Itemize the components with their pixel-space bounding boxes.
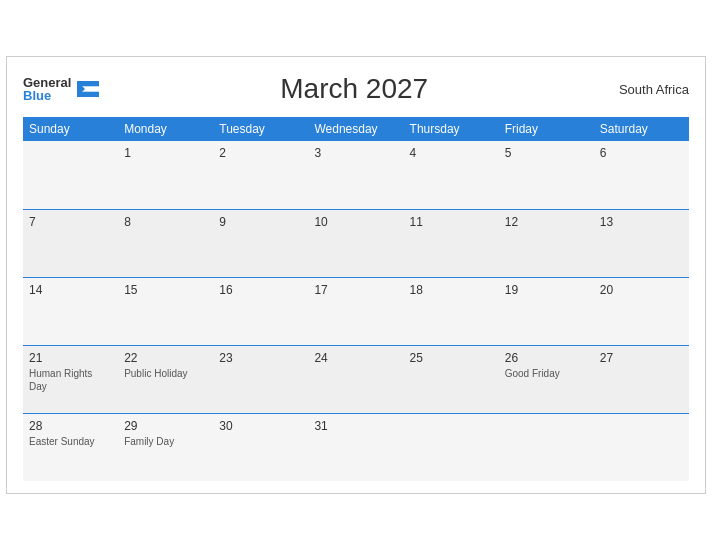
weekday-header-row: Sunday Monday Tuesday Wednesday Thursday… <box>23 117 689 141</box>
calendar-cell: 3 <box>308 141 403 209</box>
logo-blue-text: Blue <box>23 89 71 102</box>
calendar-cell: 18 <box>404 277 499 345</box>
date-number: 1 <box>124 146 207 160</box>
date-number: 10 <box>314 215 397 229</box>
holiday-label: Public Holiday <box>124 367 207 380</box>
calendar-cell: 8 <box>118 209 213 277</box>
date-number: 19 <box>505 283 588 297</box>
calendar-cell: 19 <box>499 277 594 345</box>
calendar-cell: 4 <box>404 141 499 209</box>
date-number: 5 <box>505 146 588 160</box>
calendar-cell: 26Good Friday <box>499 345 594 413</box>
calendar-cell: 28Easter Sunday <box>23 413 118 481</box>
date-number: 9 <box>219 215 302 229</box>
header-friday: Friday <box>499 117 594 141</box>
date-number: 4 <box>410 146 493 160</box>
date-number: 31 <box>314 419 397 433</box>
calendar-cell <box>23 141 118 209</box>
date-number: 3 <box>314 146 397 160</box>
calendar-cell: 6 <box>594 141 689 209</box>
calendar-header: General Blue March 2027 South Africa <box>23 73 689 105</box>
calendar-cell: 21Human Rights Day <box>23 345 118 413</box>
holiday-label: Family Day <box>124 435 207 448</box>
header-saturday: Saturday <box>594 117 689 141</box>
date-number: 18 <box>410 283 493 297</box>
date-number: 11 <box>410 215 493 229</box>
header-wednesday: Wednesday <box>308 117 403 141</box>
calendar-cell <box>404 413 499 481</box>
date-number: 6 <box>600 146 683 160</box>
date-number: 15 <box>124 283 207 297</box>
calendar-cell: 31 <box>308 413 403 481</box>
calendar-grid: Sunday Monday Tuesday Wednesday Thursday… <box>23 117 689 481</box>
calendar-week-row: 123456 <box>23 141 689 209</box>
calendar-week-row: 28Easter Sunday29Family Day3031 <box>23 413 689 481</box>
calendar-cell: 15 <box>118 277 213 345</box>
date-number: 20 <box>600 283 683 297</box>
holiday-label: Easter Sunday <box>29 435 112 448</box>
date-number: 7 <box>29 215 112 229</box>
header-tuesday: Tuesday <box>213 117 308 141</box>
date-number: 2 <box>219 146 302 160</box>
calendar-cell: 5 <box>499 141 594 209</box>
calendar-title: March 2027 <box>99 73 609 105</box>
date-number: 26 <box>505 351 588 365</box>
date-number: 8 <box>124 215 207 229</box>
date-number: 22 <box>124 351 207 365</box>
calendar-cell: 13 <box>594 209 689 277</box>
calendar-week-row: 21Human Rights Day22Public Holiday232425… <box>23 345 689 413</box>
date-number: 25 <box>410 351 493 365</box>
calendar-container: General Blue March 2027 South Africa Sun… <box>6 56 706 494</box>
calendar-cell: 2 <box>213 141 308 209</box>
calendar-cell: 16 <box>213 277 308 345</box>
calendar-cell: 20 <box>594 277 689 345</box>
calendar-cell: 14 <box>23 277 118 345</box>
logo: General Blue <box>23 76 99 102</box>
date-number: 24 <box>314 351 397 365</box>
calendar-cell: 23 <box>213 345 308 413</box>
date-number: 13 <box>600 215 683 229</box>
calendar-cell: 24 <box>308 345 403 413</box>
calendar-week-row: 78910111213 <box>23 209 689 277</box>
date-number: 23 <box>219 351 302 365</box>
date-number: 16 <box>219 283 302 297</box>
header-sunday: Sunday <box>23 117 118 141</box>
date-number: 29 <box>124 419 207 433</box>
country-label: South Africa <box>609 82 689 97</box>
date-number: 28 <box>29 419 112 433</box>
calendar-cell <box>499 413 594 481</box>
calendar-cell: 22Public Holiday <box>118 345 213 413</box>
calendar-cell: 29Family Day <box>118 413 213 481</box>
calendar-cell: 7 <box>23 209 118 277</box>
calendar-cell: 1 <box>118 141 213 209</box>
header-thursday: Thursday <box>404 117 499 141</box>
calendar-cell: 25 <box>404 345 499 413</box>
calendar-week-row: 14151617181920 <box>23 277 689 345</box>
calendar-cell: 17 <box>308 277 403 345</box>
date-number: 30 <box>219 419 302 433</box>
date-number: 12 <box>505 215 588 229</box>
date-number: 27 <box>600 351 683 365</box>
header-monday: Monday <box>118 117 213 141</box>
calendar-cell: 10 <box>308 209 403 277</box>
calendar-cell: 30 <box>213 413 308 481</box>
logo-flag-icon <box>77 81 99 97</box>
date-number: 17 <box>314 283 397 297</box>
calendar-cell: 27 <box>594 345 689 413</box>
holiday-label: Human Rights Day <box>29 367 112 393</box>
calendar-cell <box>594 413 689 481</box>
date-number: 14 <box>29 283 112 297</box>
date-number: 21 <box>29 351 112 365</box>
calendar-cell: 12 <box>499 209 594 277</box>
calendar-cell: 9 <box>213 209 308 277</box>
holiday-label: Good Friday <box>505 367 588 380</box>
calendar-cell: 11 <box>404 209 499 277</box>
